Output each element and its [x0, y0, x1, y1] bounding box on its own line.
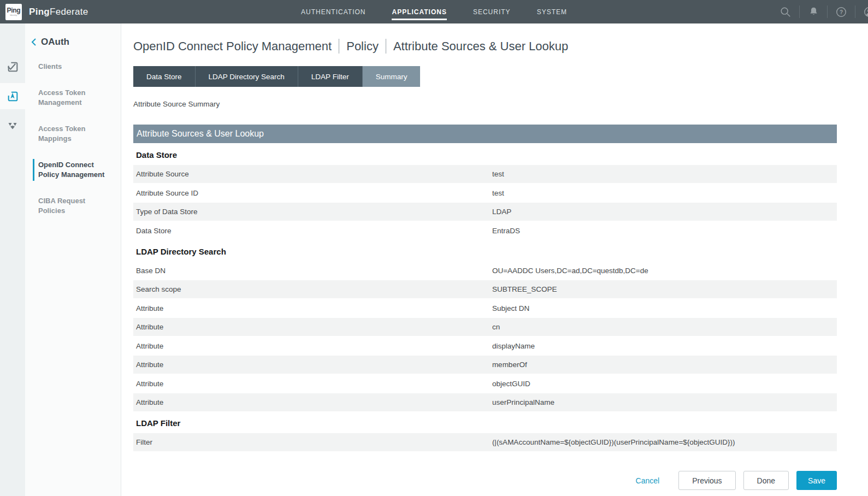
nav-item-authentication[interactable]: AUTHENTICATION [301, 5, 365, 19]
sidebar-item-label: CIBA Request Policies [38, 196, 105, 216]
row-label: Type of Data Store [133, 208, 492, 216]
section-title-ldap-directory-search: LDAP Directory Search [133, 247, 837, 256]
row-label: Filter [133, 438, 492, 446]
cluster-icon[interactable] [0, 113, 25, 139]
table-row: Type of Data StoreLDAP [133, 203, 837, 221]
row-label: Attribute Source ID [133, 189, 492, 197]
row-label: Attribute [133, 380, 492, 388]
sidebar-section-title: OAuth [41, 37, 69, 48]
chevron-left-icon [31, 38, 37, 46]
page-body: OAuth ClientsAccess Token ManagementAcce… [0, 23, 868, 496]
logo-subtext: Identity. [10, 14, 17, 16]
table-row: AttributedisplayName [133, 337, 837, 355]
brand-home-link[interactable]: Ping Identity. PingFederate [0, 4, 88, 20]
help-icon[interactable]: ? [828, 6, 855, 18]
tab-data-store[interactable]: Data Store [133, 66, 196, 87]
table-row: Data StoreEntraDS [133, 222, 837, 240]
tab-summary[interactable]: Summary [363, 66, 421, 87]
row-label: Attribute [133, 361, 492, 369]
sidebar-item-label: Clients [38, 62, 105, 72]
section-title-ldap-filter: LDAP Filter [133, 418, 837, 428]
wizard-tabs: Data StoreLDAP Directory SearchLDAP Filt… [133, 66, 837, 87]
row-label: Search scope [133, 285, 492, 293]
row-value: LDAP [492, 208, 837, 216]
table-row: AttributeobjectGUID [133, 375, 837, 393]
row-label: Data Store [133, 227, 492, 235]
table-row: Attributecn [133, 318, 837, 336]
sidebar-item-label: Access Token Management [38, 88, 105, 108]
main-content: OpenID Connect Policy ManagementPolicyAt… [121, 23, 868, 496]
sidebar-menu: ClientsAccess Token ManagementAccess Tok… [25, 62, 121, 216]
sidebar-back-oauth[interactable]: OAuth [25, 37, 121, 48]
sidebar-item-openid-connect-policy-management[interactable]: OpenID Connect Policy Management [25, 160, 113, 180]
table-row: Search scopeSUBTREE_SCOPE [133, 280, 837, 298]
previous-button[interactable]: Previous [678, 471, 735, 490]
done-button[interactable]: Done [743, 471, 789, 490]
row-value: displayName [492, 342, 837, 350]
notifications-icon[interactable] [800, 6, 827, 17]
sidebar-item-ciba-request-policies[interactable]: CIBA Request Policies [25, 196, 113, 216]
summary-label: Attribute Source Summary [133, 100, 837, 108]
nav-icon-group: ? [772, 5, 868, 18]
table-row: Attribute Source IDtest [133, 184, 837, 202]
sidebar: OAuth ClientsAccess Token ManagementAcce… [25, 23, 121, 496]
section-title-data-store: Data Store [133, 150, 837, 160]
row-value: memberOf [492, 361, 837, 369]
tab-ldap-filter[interactable]: LDAP Filter [298, 66, 363, 87]
tab-ldap-directory-search[interactable]: LDAP Directory Search [196, 66, 298, 87]
row-value: Subject DN [492, 304, 837, 312]
product-name-rest: Federate [50, 7, 88, 17]
table-row: Filter(|(sAMAccountName=${objectGUID})(u… [133, 433, 837, 451]
nav-item-system[interactable]: SYSTEM [537, 5, 567, 19]
icon-rail [0, 23, 25, 496]
row-label: Attribute [133, 342, 492, 350]
cancel-link[interactable]: Cancel [636, 476, 660, 485]
save-button[interactable]: Save [796, 471, 837, 490]
product-name-bold: Ping [29, 7, 50, 17]
table-row: Attribute Sourcetest [133, 165, 837, 183]
token-arrow-icon[interactable] [0, 83, 25, 109]
row-value: cn [492, 323, 837, 331]
top-nav: Ping Identity. PingFederate AUTHENTICATI… [0, 0, 868, 23]
primary-nav: AUTHENTICATIONAPPLICATIONSSECURITYSYSTEM [0, 0, 868, 23]
row-label: Attribute Source [133, 170, 492, 178]
row-value: userPrincipalName [492, 398, 837, 406]
row-value: EntraDS [492, 227, 837, 235]
sidebar-item-clients[interactable]: Clients [25, 62, 113, 72]
row-value: OU=AADDC Users,DC=ad,DC=questdb,DC=de [492, 267, 837, 275]
product-name: PingFederate [29, 7, 88, 17]
row-value: objectGUID [492, 380, 837, 388]
sidebar-item-access-token-management[interactable]: Access Token Management [25, 88, 113, 108]
logo-text: Ping [7, 7, 21, 14]
page-title-part: Attribute Sources & User Lookup [393, 39, 568, 54]
account-icon[interactable] [855, 6, 868, 18]
page-title-part: OpenID Connect Policy Management [133, 39, 332, 54]
page-title-part: Policy [346, 39, 379, 54]
nav-item-applications[interactable]: APPLICATIONS [392, 5, 446, 19]
title-separator [386, 39, 386, 54]
row-value: test [492, 170, 837, 178]
table-header: Attribute Sources & User Lookup [133, 125, 837, 143]
search-icon[interactable] [772, 6, 799, 18]
row-label: Attribute [133, 304, 492, 312]
row-label: Attribute [133, 398, 492, 406]
sidebar-item-access-token-mappings[interactable]: Access Token Mappings [25, 124, 113, 144]
svg-text:?: ? [840, 9, 843, 15]
sidebar-item-label: Access Token Mappings [38, 124, 105, 144]
row-value: (|(sAMAccountName=${objectGUID})(userPri… [492, 438, 837, 446]
table-row: AttributeuserPrincipalName [133, 393, 837, 411]
table-row: AttributeSubject DN [133, 299, 837, 317]
ping-identity-logo: Ping Identity. [5, 4, 22, 20]
page-title: OpenID Connect Policy ManagementPolicyAt… [133, 39, 837, 54]
row-value: test [492, 189, 837, 197]
check-square-icon[interactable] [0, 54, 25, 80]
title-separator [339, 39, 339, 54]
table-row: AttributememberOf [133, 356, 837, 374]
summary-table: Data StoreAttribute SourcetestAttribute … [133, 150, 837, 451]
footer-actions: Cancel Previous Done Save [133, 471, 837, 490]
nav-item-security[interactable]: SECURITY [473, 5, 511, 19]
table-row: Base DNOU=AADDC Users,DC=ad,DC=questdb,D… [133, 262, 837, 280]
sidebar-item-label: OpenID Connect Policy Management [38, 160, 105, 180]
row-label: Base DN [133, 267, 492, 275]
row-value: SUBTREE_SCOPE [492, 285, 837, 293]
